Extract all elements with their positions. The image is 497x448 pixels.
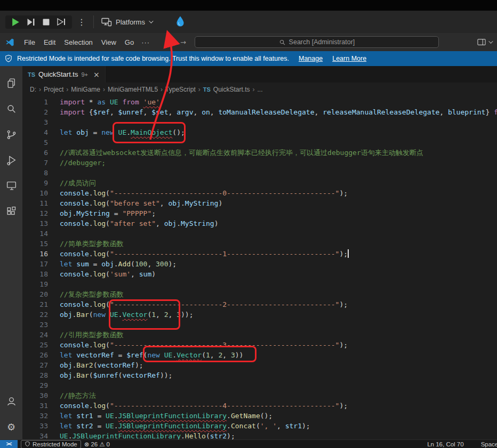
code-line: 2import {$ref, $unref, $set, argv, on, t…: [22, 107, 497, 117]
main-area: ⚙ TS QuickStart.ts 9+ × D:›Project›MiniG…: [0, 66, 497, 439]
cursor-position-status[interactable]: Ln 16, Col 70: [424, 440, 467, 448]
code-line: 15//简单类型参数函数: [22, 239, 497, 249]
vscode-titlebar: FileEditSelectionViewGo ··· ← → Search […: [0, 33, 497, 51]
line-number: 9: [22, 178, 48, 188]
platforms-icon: [101, 17, 112, 27]
code-line: 6//调试器通过websocket发送断点信息，可能断点生效前脚本已经执行完毕，…: [22, 148, 497, 158]
line-number: 8: [22, 168, 48, 178]
launch-button-icon[interactable]: [57, 18, 66, 26]
vscode-logo-icon: [5, 38, 14, 47]
search-icon: [279, 39, 286, 46]
source-control-icon[interactable]: [0, 121, 22, 147]
remote-explorer-icon[interactable]: [0, 173, 22, 198]
close-icon[interactable]: ×: [93, 70, 100, 79]
code-text: console.log("after set", obj.MyString): [60, 218, 218, 229]
platforms-dropdown[interactable]: Platforms: [101, 17, 152, 27]
problems-status[interactable]: ⊗ 26 ⚠ 0: [81, 440, 113, 448]
breadcrumb-item-more[interactable]: ...: [258, 86, 263, 93]
menu-item-view[interactable]: View: [97, 37, 121, 48]
line-number: 23: [22, 320, 48, 330]
more-menu-icon[interactable]: ···: [138, 38, 153, 46]
code-line: 29: [22, 380, 497, 390]
settings-gear-icon[interactable]: ⚙: [0, 414, 22, 439]
typescript-file-icon: TS: [28, 71, 35, 78]
learn-more-link[interactable]: Learn More: [332, 55, 366, 62]
breadcrumb-item-file[interactable]: QuickStart.ts: [213, 86, 250, 93]
breadcrumb-item[interactable]: Project: [44, 86, 63, 93]
stop-button-icon[interactable]: [43, 19, 50, 26]
window-top-strip: [0, 0, 497, 11]
code-text: console.log("before set", obj.MyString): [60, 198, 222, 208]
menu-item-edit[interactable]: Edit: [39, 37, 60, 48]
activity-bar: ⚙: [0, 66, 22, 439]
extensions-icon[interactable]: [0, 198, 22, 224]
code-line: 24//引用类型参数函数: [22, 330, 497, 340]
code-line: 31console.log("-------------------------…: [22, 401, 497, 411]
tab-count-badge: 9+: [81, 71, 88, 78]
code-line: 7//debugger;: [22, 158, 497, 168]
forward-icon[interactable]: →: [180, 38, 186, 46]
code-text: let obj = new UE.MainObject();: [60, 127, 185, 137]
run-debug-icon[interactable]: [0, 147, 22, 173]
code-text: //debugger;: [60, 158, 106, 168]
tab-quickstart[interactable]: TS QuickStart.ts 9+ ×: [22, 66, 106, 83]
code-line: 30//静态方法: [22, 390, 497, 401]
remote-indicator[interactable]: ><: [0, 440, 18, 448]
live-update-drop-button[interactable]: [174, 15, 186, 29]
toolbar-divider: [93, 15, 94, 28]
line-number: 4: [22, 127, 48, 137]
line-number: 3: [22, 117, 48, 127]
code-line: 32let str1 = UE.JSBlueprintFunctionLibra…: [22, 411, 497, 421]
back-icon[interactable]: ←: [167, 38, 173, 46]
line-number: 24: [22, 330, 48, 340]
editor-column: TS QuickStart.ts 9+ × D:›Project›MiniGam…: [22, 66, 497, 439]
tab-bar: TS QuickStart.ts 9+ ×: [22, 66, 497, 83]
platforms-label: Platforms: [116, 18, 145, 26]
code-text: let str1 = UE.JSBlueprintFunctionLibrary…: [60, 411, 272, 421]
line-number: 10: [22, 188, 48, 198]
breadcrumb-item[interactable]: TypeScript: [165, 86, 196, 93]
code-line: 9//成员访问: [22, 178, 497, 188]
breadcrumb-item[interactable]: D:: [30, 86, 36, 93]
code-text: import * as UE from 'ue': [60, 97, 160, 107]
kebab-menu-icon[interactable]: ⋮: [77, 17, 86, 27]
code-line: 1import * as UE from 'ue': [22, 97, 497, 107]
command-center-search[interactable]: Search [Administrator]: [195, 36, 439, 48]
menu-item-go[interactable]: Go: [121, 37, 138, 48]
line-number: 27: [22, 360, 48, 370]
water-drop-icon: [174, 15, 186, 29]
play-button-icon[interactable]: [12, 18, 20, 26]
code-line: 10console.log("-------------------------…: [22, 188, 497, 198]
explorer-icon[interactable]: [0, 70, 22, 96]
restricted-mode-status[interactable]: Restricted Mode: [21, 440, 81, 448]
code-line: 34UE.JSBlueprintFunctionLibrary.Hello(st…: [22, 431, 497, 439]
chevron-down-icon: [149, 19, 153, 23]
code-editor[interactable]: 1import * as UE from 'ue'2import {$ref, …: [22, 96, 497, 439]
breadcrumb-item[interactable]: MiniGame: [71, 86, 100, 93]
code-line: 11console.log("before set", obj.MyString…: [22, 198, 497, 208]
code-line: 26let vectorRef = $ref(new UE.Vector(1, …: [22, 350, 497, 360]
line-number: 28: [22, 370, 48, 380]
error-icon: ⊗: [84, 441, 90, 448]
warning-icon: ⚠: [99, 441, 105, 448]
account-icon[interactable]: [0, 388, 22, 414]
line-number: 14: [22, 229, 48, 239]
code-text: console.log('sum', sum): [60, 269, 156, 279]
search-icon[interactable]: [0, 96, 22, 121]
skip-next-button-icon[interactable]: [27, 19, 35, 26]
menu-item-file[interactable]: File: [20, 37, 39, 48]
breadcrumb-item[interactable]: MiniGameHTML5: [108, 86, 158, 93]
ue-toolbar: ⋮ Platforms: [0, 11, 497, 33]
code-line: 14: [22, 229, 497, 239]
breadcrumb-separator: ›: [161, 86, 163, 93]
code-text: console.log("--------------------------0…: [60, 188, 348, 198]
line-number: 13: [22, 218, 48, 229]
layout-controls[interactable]: [477, 38, 492, 46]
code-line: 20//复杂类型参数函数: [22, 289, 497, 299]
history-nav: ← →: [167, 38, 186, 46]
manage-link[interactable]: Manage: [299, 55, 323, 62]
code-text: obj.Bar($unref(vectorRef));: [60, 370, 172, 380]
indentation-status[interactable]: Spaces: [478, 440, 497, 448]
menu-item-selection[interactable]: Selection: [60, 37, 97, 48]
code-text: //简单类型参数函数: [60, 239, 124, 249]
